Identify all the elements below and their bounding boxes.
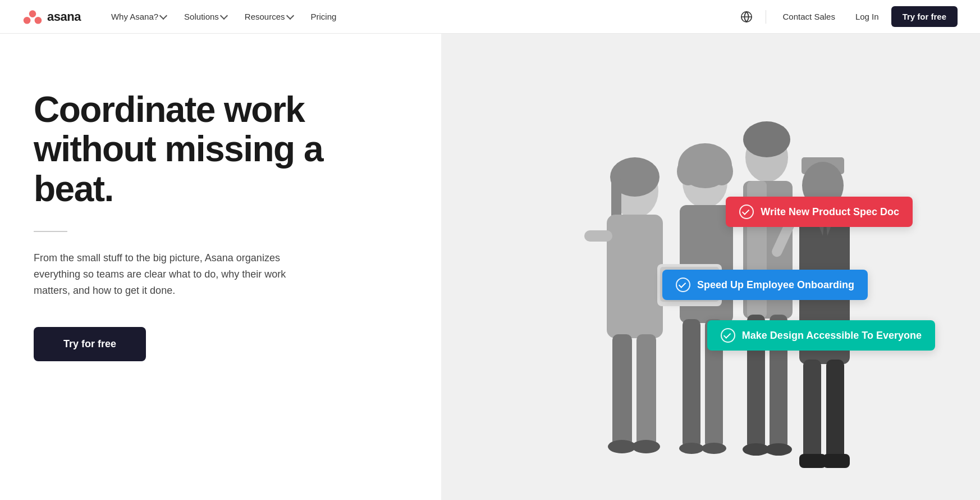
hero-section: Coordinate work without missing a beat. … bbox=[0, 34, 980, 500]
hero-left: Coordinate work without missing a beat. … bbox=[0, 34, 441, 500]
nav-item-pricing[interactable]: Pricing bbox=[303, 7, 345, 26]
navbar: asana Why Asana? Solutions Resources Pri… bbox=[0, 0, 980, 34]
nav-item-solutions-label: Solutions bbox=[184, 12, 219, 21]
task-badge-blue: Speed Up Employee Onboarding bbox=[662, 270, 868, 300]
asana-logo-icon bbox=[22, 7, 43, 27]
nav-item-resources-label: Resources bbox=[245, 12, 285, 21]
nav-right: Contact Sales Log In Try for free bbox=[736, 6, 958, 27]
check-mark-red bbox=[742, 207, 749, 215]
hero-description: From the small stuff to the big picture,… bbox=[34, 250, 303, 298]
hero-title-line1: Coordinate work bbox=[34, 89, 304, 130]
task-badge-red-label: Write New Product Spec Doc bbox=[761, 206, 899, 218]
check-mark-teal bbox=[723, 331, 731, 338]
task-badge-red: Write New Product Spec Doc bbox=[726, 197, 913, 227]
svg-point-33 bbox=[765, 443, 792, 456]
hero-right: Write New Product Spec Doc Speed Up Empl… bbox=[441, 34, 980, 500]
logo-link[interactable]: asana bbox=[22, 7, 81, 27]
svg-rect-43 bbox=[799, 454, 826, 468]
svg-point-24 bbox=[679, 443, 704, 454]
hero-divider bbox=[34, 231, 67, 232]
hero-title-line2: without missing a beat. bbox=[34, 129, 323, 208]
nav-links: Why Asana? Solutions Resources Pricing bbox=[103, 7, 736, 26]
nav-item-solutions[interactable]: Solutions bbox=[176, 7, 235, 26]
resources-chevron-icon bbox=[286, 12, 294, 20]
svg-point-13 bbox=[608, 440, 636, 453]
login-button[interactable]: Log In bbox=[848, 7, 887, 26]
check-circle-blue bbox=[676, 278, 690, 292]
language-selector-button[interactable] bbox=[736, 7, 757, 27]
svg-point-1 bbox=[24, 17, 31, 24]
svg-point-17 bbox=[677, 157, 699, 185]
svg-rect-11 bbox=[636, 334, 656, 447]
svg-point-25 bbox=[702, 443, 726, 454]
task-badge-teal-label: Make Design Accessible To Everyone bbox=[742, 330, 922, 342]
why-asana-chevron-icon bbox=[159, 12, 167, 20]
solutions-chevron-icon bbox=[220, 12, 228, 20]
nav-item-why-asana[interactable]: Why Asana? bbox=[103, 7, 174, 26]
logo-text: asana bbox=[47, 10, 81, 24]
svg-rect-12 bbox=[584, 230, 612, 242]
svg-rect-41 bbox=[803, 360, 821, 461]
svg-point-2 bbox=[35, 17, 42, 24]
try-for-free-hero-button[interactable]: Try for free bbox=[34, 327, 146, 361]
svg-point-27 bbox=[743, 121, 790, 157]
svg-rect-9 bbox=[607, 215, 663, 338]
svg-rect-44 bbox=[823, 454, 850, 468]
check-circle-red bbox=[739, 204, 754, 219]
check-circle-teal bbox=[721, 328, 735, 343]
hero-title: Coordinate work without missing a beat. bbox=[34, 90, 407, 208]
nav-divider bbox=[766, 10, 766, 24]
svg-point-0 bbox=[29, 10, 36, 17]
nav-item-pricing-label: Pricing bbox=[311, 12, 337, 21]
globe-icon bbox=[740, 11, 753, 23]
svg-rect-10 bbox=[612, 334, 632, 447]
svg-rect-20 bbox=[683, 319, 700, 448]
task-badge-teal: Make Design Accessible To Everyone bbox=[707, 320, 935, 351]
svg-point-14 bbox=[632, 440, 660, 453]
svg-point-18 bbox=[711, 157, 733, 185]
check-mark-blue bbox=[679, 280, 686, 288]
contact-sales-button[interactable]: Contact Sales bbox=[775, 7, 843, 26]
nav-item-resources[interactable]: Resources bbox=[237, 7, 301, 26]
task-badge-blue-label: Speed Up Employee Onboarding bbox=[697, 279, 854, 291]
svg-rect-42 bbox=[826, 360, 844, 461]
try-for-free-nav-button[interactable]: Try for free bbox=[891, 6, 958, 27]
nav-item-why-asana-label: Why Asana? bbox=[111, 12, 158, 21]
